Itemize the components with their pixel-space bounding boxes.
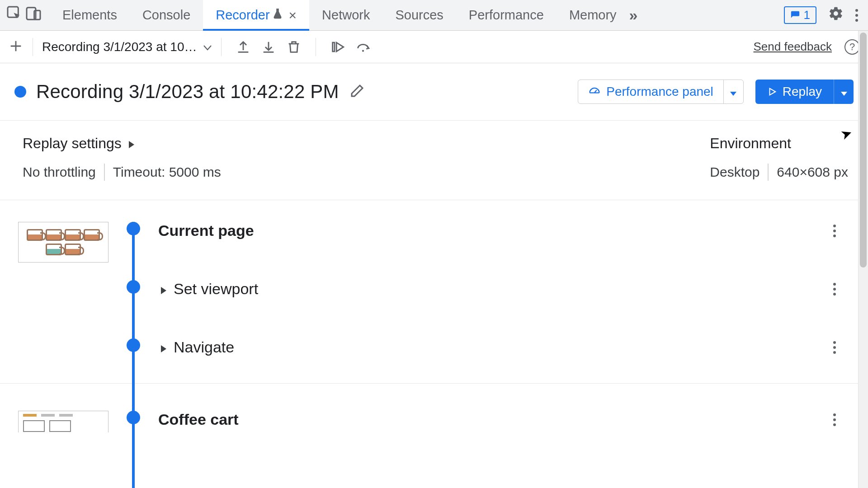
tab-label: Network xyxy=(322,8,370,23)
tab-label: Recorder xyxy=(216,8,269,23)
import-button[interactable] xyxy=(231,39,256,55)
close-icon[interactable]: × xyxy=(289,9,297,22)
edit-title-icon[interactable] xyxy=(339,83,365,101)
step-set-viewport[interactable]: Set viewport xyxy=(158,280,258,298)
recording-header: Recording 3/1/2023 at 10:42:22 PM Perfor… xyxy=(0,63,868,121)
recorder-toolbar: Recording 3/1/2023 at 10… Send feedback … xyxy=(0,31,868,63)
divider xyxy=(104,164,105,181)
help-icon[interactable]: ? xyxy=(844,39,860,55)
performance-panel-button[interactable]: Performance panel xyxy=(578,80,723,103)
send-feedback-link[interactable]: Send feedback xyxy=(754,40,832,54)
issues-button[interactable]: 1 xyxy=(784,6,816,24)
new-recording-button[interactable] xyxy=(8,38,24,56)
step-replay-button[interactable] xyxy=(325,39,350,55)
tab-network[interactable]: Network xyxy=(309,0,382,30)
step-thumbnail xyxy=(18,222,108,263)
tab-label: Sources xyxy=(395,8,443,23)
issues-count: 1 xyxy=(804,8,810,22)
tab-console[interactable]: Console xyxy=(130,0,203,30)
tab-label: Memory xyxy=(569,8,617,23)
step-more-menu[interactable] xyxy=(821,413,848,426)
replay-button[interactable]: Replay xyxy=(755,80,834,104)
timeline-node xyxy=(127,280,140,294)
export-button[interactable] xyxy=(256,39,281,55)
recording-dropdown[interactable]: Recording 3/1/2023 at 10… xyxy=(42,40,212,54)
gear-icon[interactable] xyxy=(828,6,844,24)
step-more-menu[interactable] xyxy=(821,283,848,296)
chevron-down-icon xyxy=(203,40,212,54)
timeline-node xyxy=(127,338,140,352)
chevron-right-icon xyxy=(158,338,166,356)
scrollbar[interactable] xyxy=(858,31,868,488)
steps-list: Current page Set viewport xyxy=(0,200,868,432)
step-label: Coffee cart xyxy=(158,411,239,428)
environment-heading: Environment xyxy=(710,135,848,152)
performance-panel-dropdown[interactable] xyxy=(723,80,743,103)
divider xyxy=(768,164,769,181)
tab-label: Elements xyxy=(62,8,117,23)
tab-sources[interactable]: Sources xyxy=(382,0,456,30)
settings-row: Replay settings No throttling Timeout: 5… xyxy=(0,121,868,200)
throttling-value: No throttling xyxy=(23,164,96,180)
replay-settings-toggle[interactable]: Replay settings xyxy=(23,135,221,152)
chevron-right-icon xyxy=(126,135,134,152)
tab-label: Console xyxy=(142,8,190,23)
svg-point-4 xyxy=(362,50,364,52)
recording-dropdown-label: Recording 3/1/2023 at 10… xyxy=(42,40,197,54)
replay-label: Replay xyxy=(783,84,822,99)
tab-memory[interactable]: Memory xyxy=(557,0,629,30)
replay-button-group: Replay xyxy=(755,80,854,104)
device-toolbar-icon[interactable] xyxy=(24,5,42,26)
tab-recorder[interactable]: Recorder × xyxy=(203,0,309,30)
environment-device: Desktop xyxy=(710,164,760,180)
timeline-node xyxy=(127,222,140,235)
kebab-menu-icon[interactable] xyxy=(855,9,858,22)
tab-performance[interactable]: Performance xyxy=(456,0,557,30)
step-coffee-cart[interactable]: Coffee cart xyxy=(158,411,239,428)
step-label: Current page xyxy=(158,222,254,239)
step-current-page[interactable]: Current page xyxy=(158,222,254,239)
svg-rect-3 xyxy=(333,42,335,52)
step-thumbnail xyxy=(18,411,108,432)
tab-elements[interactable]: Elements xyxy=(50,0,130,30)
delete-button[interactable] xyxy=(281,39,307,55)
performance-panel-label: Performance panel xyxy=(606,84,713,99)
timeline-node xyxy=(127,411,140,424)
step-over-button[interactable] xyxy=(350,39,376,55)
chevron-right-icon xyxy=(158,280,166,298)
devtools-tabbar: Elements Console Recorder × Network Sour… xyxy=(0,0,868,31)
recording-title: Recording 3/1/2023 at 10:42:22 PM xyxy=(36,81,339,103)
scrollbar-thumb[interactable] xyxy=(860,33,867,267)
replay-settings-heading: Replay settings xyxy=(23,135,122,152)
inspect-element-icon[interactable] xyxy=(5,5,24,26)
recording-status-dot xyxy=(14,86,26,98)
tab-label: Performance xyxy=(469,8,544,23)
performance-panel-button-group: Performance panel xyxy=(578,80,744,104)
step-label: Navigate xyxy=(174,338,234,356)
step-more-menu[interactable] xyxy=(821,225,848,237)
step-navigate[interactable]: Navigate xyxy=(158,338,234,356)
more-tabs-icon[interactable]: » xyxy=(629,6,635,24)
replay-dropdown[interactable] xyxy=(834,80,854,104)
step-label: Set viewport xyxy=(174,280,258,298)
step-more-menu[interactable] xyxy=(821,341,848,354)
timeout-value: Timeout: 5000 ms xyxy=(113,164,221,180)
flask-icon xyxy=(273,8,283,23)
environment-viewport: 640×608 px xyxy=(777,164,848,180)
